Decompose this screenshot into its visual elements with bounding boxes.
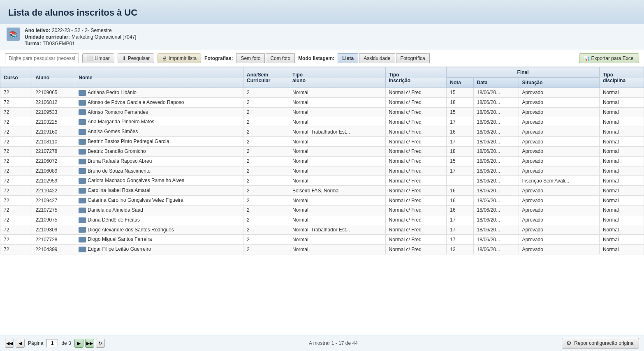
cell-photo-name: Daniela de Almeida Saad: [75, 205, 243, 215]
cell-data: 18/06/20...: [473, 97, 519, 107]
cell-photo-name: Beatriz Brandão Gromicho: [75, 146, 243, 156]
cell-data: 18/06/20...: [473, 137, 519, 147]
cell-tipo-disciplina: Normal: [599, 245, 644, 254]
cell-curso: 72: [0, 225, 32, 235]
cell-photo-name: Carolina Isabel Rosa Amaral: [75, 186, 243, 196]
table-row: 7222106812Afonso de Póvoa Garcia e Azeve…: [0, 97, 644, 107]
fotografias-group: Sem foto Com foto: [236, 53, 295, 63]
cell-situacao: Aprovado: [519, 97, 599, 107]
unidade-label: Unidade curricular:: [25, 34, 70, 40]
table-row: 7222102959Carlota Machado Gonçalves Rama…: [0, 176, 644, 186]
cell-data: 18/06/20...: [473, 146, 519, 156]
cell-ano-sem: 2: [243, 235, 289, 245]
cell-nota: 18: [447, 146, 473, 156]
cell-data: 18/06/20...: [473, 215, 519, 225]
cell-situacao: Aprovado: [519, 137, 599, 147]
assiduidade-button[interactable]: Assiduidade: [359, 53, 395, 63]
photo-icon: [79, 247, 86, 252]
table-row: 7222107275Daniela de Almeida Saad2Normal…: [0, 205, 644, 215]
lista-button[interactable]: Lista: [338, 53, 358, 63]
cell-photo-name: Afonso Romano Fernandes: [75, 107, 243, 117]
cell-tipo-aluno: Normal: [289, 196, 385, 206]
cell-tipo-inscricao: Normal c/ Freq.: [385, 215, 447, 225]
toolbar: ⬜ Limpar ⬇ Pesquisar 🖨 Imprimir lista Fo…: [0, 50, 644, 67]
cell-tipo-inscricao: Normal c/ Freq.: [385, 225, 447, 235]
col-data: Data: [473, 78, 519, 88]
exportar-button[interactable]: 📊 Exportar para Excel: [579, 53, 639, 63]
cell-data: 18/06/20...: [473, 176, 519, 186]
cell-nota: 17: [447, 117, 473, 127]
photo-icon: [79, 129, 86, 135]
photo-icon: [79, 90, 86, 96]
cell-tipo-aluno: Normal: [289, 245, 385, 254]
cell-tipo-inscricao: Normal c/ Freq.: [385, 166, 447, 176]
page-header: Lista de alunos inscritos à UC: [0, 0, 644, 24]
cell-photo-name: Afonso de Póvoa Garcia e Azevedo Raposo: [75, 97, 243, 107]
cell-ano-sem: 2: [243, 196, 289, 206]
cell-tipo-aluno: Bolseiro FAS, Normal: [289, 186, 385, 196]
cell-ano-sem: 2: [243, 156, 289, 166]
col-tipo-disciplina: Tipo disciplina: [599, 67, 644, 88]
imprimir-button[interactable]: 🖨 Imprimir lista: [158, 53, 201, 63]
cell-tipo-disciplina: Normal: [599, 117, 644, 127]
col-tipo-inscricao: Tipo inscrição: [385, 67, 447, 88]
cell-curso: 72: [0, 235, 32, 245]
table-row: 7222109075Diana Dêndê de Freitas2NormalN…: [0, 215, 644, 225]
cell-photo-name: Beatriz Bastos Pinto Pedregal Garcia: [75, 137, 243, 147]
photo-icon: [79, 109, 86, 115]
cell-tipo-inscricao: Normal c/ Freq.: [385, 127, 447, 137]
cell-aluno: 22103225: [32, 117, 75, 127]
cell-situacao: Aprovado: [519, 196, 599, 206]
search-input[interactable]: [5, 53, 79, 63]
cell-situacao: Aprovado: [519, 225, 599, 235]
cell-tipo-inscricao: Normal c/ Freq.: [385, 205, 447, 215]
cell-curso: 72: [0, 245, 32, 254]
cell-nota: 17: [447, 235, 473, 245]
cell-photo-name: Edgar Filipe Leitão Guerreiro: [75, 245, 243, 254]
cell-photo-name: Bruno de Souza Nascimento: [75, 166, 243, 176]
cell-nota: 17: [447, 215, 473, 225]
cell-tipo-aluno: Normal: [289, 146, 385, 156]
cell-nota: 15: [447, 107, 473, 117]
cell-aluno: 22109075: [32, 215, 75, 225]
photo-icon: [79, 100, 86, 106]
cell-data: 18/06/20...: [473, 235, 519, 245]
unidade-row: Unidade curricular: Marketing Operaciona…: [25, 34, 136, 40]
fotografias-label: Fotografias:: [204, 55, 233, 61]
table-row: 7222106072Bruna Rafaela Raposo Abreu2Nor…: [0, 156, 644, 166]
table-container: Curso Aluno Nome Ano/Sem Curricular Tipo…: [0, 67, 644, 254]
cell-aluno: 22110422: [32, 186, 75, 196]
cell-aluno: 22108110: [32, 137, 75, 147]
photo-icon: [79, 227, 86, 233]
cell-tipo-disciplina: Normal: [599, 235, 644, 245]
cell-curso: 72: [0, 156, 32, 166]
turma-label: Turma:: [25, 41, 41, 46]
cell-aluno: 22109427: [32, 196, 75, 206]
cell-curso: 72: [0, 176, 32, 186]
cell-photo-name: Diana Dêndê de Freitas: [75, 215, 243, 225]
fotografica-button[interactable]: Fotográfica: [396, 53, 430, 63]
cell-tipo-disciplina: Normal: [599, 166, 644, 176]
photo-icon: [79, 237, 86, 242]
sem-foto-button[interactable]: Sem foto: [236, 53, 265, 63]
turma-value: TD03GEMP01: [43, 41, 75, 46]
cell-tipo-disciplina: Normal: [599, 176, 644, 186]
photo-icon: [79, 178, 86, 184]
cell-tipo-disciplina: Normal: [599, 107, 644, 117]
cell-photo-name: Diogo Alexandre dos Santos Rodrigues: [75, 225, 243, 235]
cell-photo-name: Adriana Pedro Libânio: [75, 88, 243, 98]
limpar-button[interactable]: ⬜ Limpar: [82, 53, 114, 63]
cell-situacao: Aprovado: [519, 88, 599, 98]
pesquisar-button[interactable]: ⬇ Pesquisar: [118, 53, 154, 63]
com-foto-button[interactable]: Com foto: [266, 53, 295, 63]
cell-tipo-inscricao: Normal c/ Freq.: [385, 156, 447, 166]
cell-ano-sem: 2: [243, 186, 289, 196]
cell-nota: [447, 176, 473, 186]
cell-nota: 16: [447, 186, 473, 196]
cell-data: 18/06/20...: [473, 186, 519, 196]
ano-letivo-value: 2022-23 - S2 - 2º Semestre: [52, 28, 112, 33]
cell-data: 18/06/20...: [473, 245, 519, 254]
cell-tipo-aluno: Normal: [289, 97, 385, 107]
page-title: Lista de alunos inscritos à UC: [8, 7, 636, 18]
table-row: 7222109065Adriana Pedro Libânio2NormalNo…: [0, 88, 644, 98]
